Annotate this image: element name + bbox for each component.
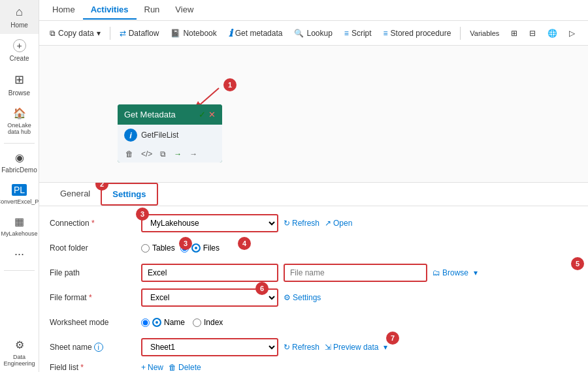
index-radio[interactable]: [193, 318, 201, 327]
sidebar-item-create[interactable]: + Create: [0, 34, 39, 67]
main-content: Home Activities Run View ⧉ Copy data ▾ ⇄…: [39, 0, 588, 372]
connection-label: Connection *: [50, 219, 141, 228]
connection-open-button[interactable]: ↗ Open: [325, 219, 352, 228]
field-list-header: + New 🗑 Delete: [141, 363, 201, 372]
convertexcel-icon: PL: [12, 184, 27, 196]
connection-select[interactable]: MyLakehouse: [141, 214, 278, 232]
root-folder-controls: 3 4 Tables Files: [141, 243, 578, 253]
lookup-button[interactable]: 🔍 Lookup: [289, 26, 337, 40]
activity-node-body: i GetFileList: [118, 125, 222, 146]
sidebar-item-home[interactable]: ⌂ Home: [0, 0, 39, 34]
name-radio-label[interactable]: Name: [141, 318, 185, 327]
file-format-label: File format *: [50, 293, 141, 302]
badge-5: 5: [571, 257, 584, 270]
tab-home[interactable]: Home: [44, 1, 83, 20]
sidebar-item-mylakehouse[interactable]: ▦ MyLakehouse: [0, 210, 39, 242]
get-metadata-button[interactable]: ℹ Get metadata: [223, 25, 288, 42]
sidebar-item-convertexcel[interactable]: PL ConvertExcel_PL: [0, 179, 39, 210]
onelake-icon: 🏠: [13, 107, 26, 119]
file-path-label: File path: [50, 268, 141, 277]
toolbar-icon4-button[interactable]: ▷: [564, 26, 580, 40]
dataflow-button[interactable]: ⇄ Dataflow: [114, 26, 165, 40]
browse-dropdown-button[interactable]: ▾: [474, 268, 478, 277]
sidebar-item-onelake[interactable]: 🏠 OneLake data hub: [0, 102, 39, 140]
create-icon: +: [13, 39, 26, 52]
node-status-icons: ✓ ✕: [199, 110, 216, 119]
sidebar-item-more[interactable]: ···: [0, 242, 39, 268]
sidebar-item-fabricdemo[interactable]: ◉ FabricDemo: [0, 146, 39, 179]
sheet-name-label: Sheet name i: [50, 343, 141, 352]
tab-run[interactable]: Run: [137, 1, 168, 20]
file-path-row: File path 5 🗂 Browse ▾: [50, 264, 578, 282]
success-arrow-button[interactable]: →: [171, 148, 184, 160]
tables-radio[interactable]: [141, 244, 150, 253]
file-format-settings-button[interactable]: ⚙ Settings: [284, 293, 321, 302]
sheet-refresh-button[interactable]: ↻ Refresh: [284, 343, 319, 352]
preview-data-button[interactable]: ⇲ Preview data: [325, 343, 378, 352]
lookup-icon: 🔍: [294, 29, 304, 38]
toolbar-icon3-button[interactable]: 🌐: [542, 26, 563, 40]
activity-info-icon: i: [124, 129, 137, 142]
dataflow-icon: ⇄: [120, 29, 126, 38]
browse-icon: 🗂: [433, 268, 440, 277]
toolbar: ⧉ Copy data ▾ ⇄ Dataflow 📓 Notebook ℹ Ge…: [39, 21, 588, 46]
sheet-name-controls: 7 Sheet1 ↻ Refresh ⇲ Preview data ▾: [141, 338, 578, 356]
file-name-input[interactable]: [284, 264, 427, 282]
copy-data-button[interactable]: ⧉ Copy data ▾: [44, 26, 106, 40]
stored-procedure-icon: ≡: [384, 29, 388, 38]
badge-1: 1: [223, 78, 237, 91]
preview-dropdown-button[interactable]: ▾: [384, 343, 387, 352]
sheet-name-select[interactable]: Sheet1: [141, 338, 278, 356]
notebook-button[interactable]: 📓 Notebook: [165, 26, 221, 40]
activity-header-title: Get Metadata: [124, 110, 176, 119]
toolbar-icon1-button[interactable]: ⊞: [506, 26, 523, 40]
variables-button[interactable]: Variables: [465, 27, 504, 40]
tables-radio-label[interactable]: Tables: [141, 243, 175, 253]
sidebar-item-label: FabricDemo: [1, 166, 37, 174]
connection-controls: 3 MyLakehouse ↻ Refresh ↗ Open: [141, 214, 578, 232]
refresh-icon: ↻: [284, 219, 290, 228]
delete-activity-button[interactable]: 🗑: [123, 148, 136, 160]
status-check-icon: ✓: [199, 110, 206, 119]
new-field-button[interactable]: + New: [141, 363, 163, 372]
field-list-label: Field list *: [50, 363, 141, 372]
next-arrow-button[interactable]: →: [187, 148, 200, 160]
toolbar-icon1: ⊞: [511, 29, 517, 38]
tab-general[interactable]: General: [50, 183, 101, 205]
delete-field-button[interactable]: 🗑 Delete: [169, 363, 201, 372]
settings-form: Connection * 3 MyLakehouse ↻ Refresh ↗ O…: [39, 206, 588, 372]
sidebar: ⌂ Home + Create ⊞ Browse 🏠 OneLake data …: [0, 0, 39, 372]
sidebar-item-browse[interactable]: ⊞ Browse: [0, 67, 39, 102]
tab-view[interactable]: View: [167, 1, 201, 20]
badge-3: 3: [136, 208, 149, 221]
script-icon: ≡: [344, 29, 349, 38]
connection-refresh-button[interactable]: ↻ Refresh: [284, 219, 319, 228]
status-x-icon: ✕: [208, 110, 216, 119]
browse-button[interactable]: 🗂 Browse: [433, 268, 468, 277]
files-radio-indicator: [191, 243, 201, 253]
worksheet-mode-controls: Name Index: [141, 318, 578, 327]
field-list-row: Field list * + New 🗑 Delete: [50, 363, 578, 372]
sidebar-divider-2: [4, 270, 35, 271]
copy-activity-button[interactable]: ⧉: [157, 148, 169, 160]
activity-node-header: Get Metadata ✓ ✕: [118, 104, 222, 125]
sidebar-item-dataengineering[interactable]: ⚙ Data Engineering: [0, 333, 39, 372]
settings-icon: ⚙: [284, 293, 291, 302]
code-activity-button[interactable]: </>: [139, 148, 155, 160]
trash-icon: 🗑: [169, 363, 176, 372]
badge-4-tables: 3: [179, 237, 192, 250]
stored-procedure-button[interactable]: ≡ Stored procedure: [378, 26, 457, 40]
tab-activities[interactable]: Activities: [83, 1, 137, 20]
file-path-input[interactable]: [141, 264, 278, 282]
sidebar-item-label: Browse: [8, 89, 30, 97]
index-radio-label[interactable]: Index: [193, 318, 223, 327]
sheet-name-info-icon: i: [94, 343, 103, 352]
copy-data-arrow-icon: ▾: [97, 29, 101, 38]
tab-settings[interactable]: Settings: [101, 183, 157, 206]
name-radio[interactable]: [141, 318, 150, 327]
toolbar-icon2-button[interactable]: ⊟: [524, 26, 541, 40]
activity-name: GetFileList: [141, 131, 178, 140]
script-button[interactable]: ≡ Script: [339, 26, 377, 40]
file-path-controls: 5 🗂 Browse ▾: [141, 264, 578, 282]
name-radio-indicator: [152, 318, 161, 327]
